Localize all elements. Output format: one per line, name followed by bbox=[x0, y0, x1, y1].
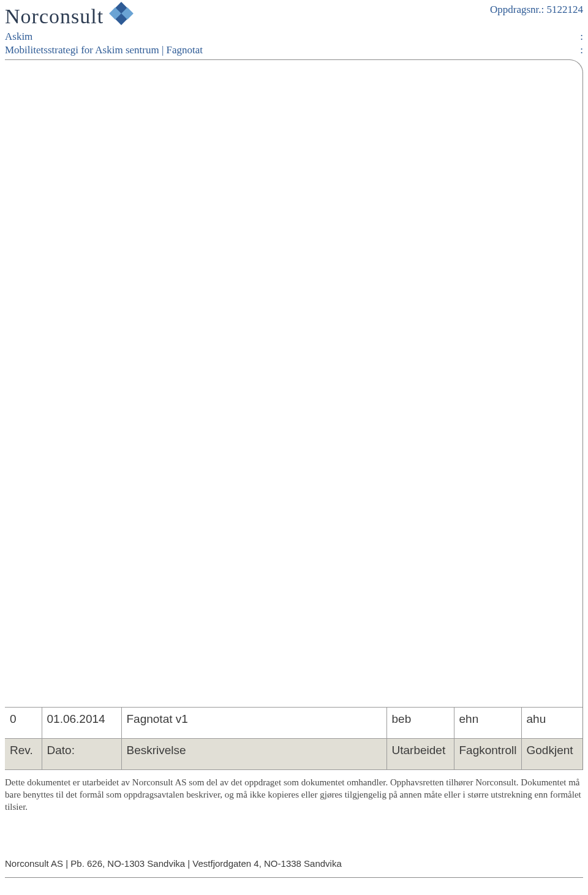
page-footer: Norconsult AS | Pb. 626, NO-1303 Sandvik… bbox=[5, 858, 583, 878]
logo-icon bbox=[108, 4, 134, 29]
footer-address: Norconsult AS | Pb. 626, NO-1303 Sandvik… bbox=[5, 858, 583, 869]
date-cell: 01.06.2014 bbox=[42, 707, 121, 738]
rev-cell: 0 bbox=[5, 707, 42, 738]
checked-by-header: Fagkontroll bbox=[454, 738, 521, 769]
prepared-by-cell: beb bbox=[386, 707, 454, 738]
colon-marker-2: : bbox=[580, 44, 583, 56]
table-header-row: Rev. Dato: Beskrivelse Utarbeidet Fagkon… bbox=[5, 738, 582, 769]
page-header: Norconsult Oppdragsnr.: 5122124 Askim : … bbox=[0, 0, 588, 57]
company-name: Norconsult bbox=[5, 5, 104, 28]
date-header: Dato: bbox=[42, 738, 121, 769]
revision-table: 0 01.06.2014 Fagnotat v1 beb ehn ahu Rev… bbox=[5, 707, 582, 770]
approved-by-cell: ahu bbox=[521, 707, 582, 738]
colon-marker-1: : bbox=[580, 31, 583, 43]
approved-by-header: Godkjent bbox=[521, 738, 582, 769]
content-frame: 0 01.06.2014 Fagnotat v1 beb ehn ahu Rev… bbox=[5, 59, 583, 770]
description-header: Beskrivelse bbox=[121, 738, 386, 769]
rev-header: Rev. bbox=[5, 738, 42, 769]
document-title: Mobilitetsstrategi for Askim sentrum | F… bbox=[5, 44, 203, 56]
disclaimer-text: Dette dokumentet er utarbeidet av Norcon… bbox=[5, 776, 583, 814]
table-row: 0 01.06.2014 Fagnotat v1 beb ehn ahu bbox=[5, 707, 582, 738]
oppdrags-number: Oppdragsnr.: 5122124 bbox=[490, 4, 583, 16]
description-cell: Fagnotat v1 bbox=[121, 707, 386, 738]
checked-by-cell: ehn bbox=[454, 707, 521, 738]
prepared-by-header: Utarbeidet bbox=[386, 738, 454, 769]
client-name: Askim bbox=[5, 31, 32, 43]
company-logo: Norconsult bbox=[5, 4, 134, 29]
